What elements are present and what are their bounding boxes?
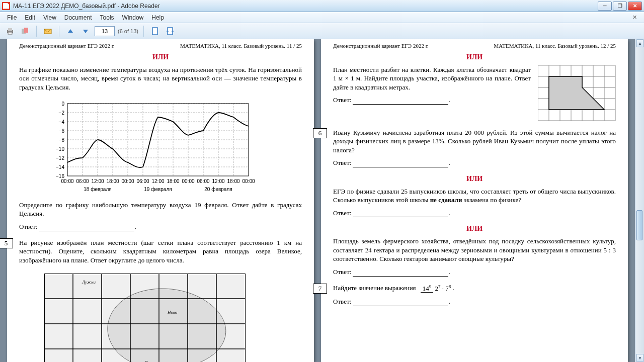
scroll-up-button[interactable]: ▲	[636, 39, 643, 47]
menu-file[interactable]: File	[3, 13, 21, 22]
task-5-text: На рисунке изображён план местности (шаг…	[19, 238, 302, 265]
svg-rect-1	[8, 28, 12, 31]
menu-view[interactable]: View	[39, 13, 60, 22]
combine-button[interactable]	[19, 25, 31, 37]
maximize-button[interactable]: ❐	[613, 2, 627, 11]
svg-text:−8: −8	[59, 137, 65, 143]
svg-text:12:00: 12:00	[151, 178, 164, 184]
page-header-left-r: Демонстрационный вариант ЕГЭ 2022 г.	[333, 42, 429, 50]
document-area: Демонстрационный вариант ЕГЭ 2022 г. МАТ…	[0, 39, 644, 362]
close-button[interactable]: ✕	[628, 2, 642, 11]
menu-document[interactable]: Document	[60, 13, 96, 22]
svg-text:12:00: 12:00	[91, 178, 104, 184]
svg-text:Ново: Ново	[167, 310, 178, 315]
svg-rect-6	[152, 28, 157, 35]
ili-heading: ИЛИ	[19, 53, 302, 62]
task-6b-text: ЕГЭ по физике сдавали 25 выпускников шко…	[333, 187, 616, 205]
svg-text:18 февраля: 18 февраля	[84, 187, 111, 192]
vertical-scrollbar[interactable]: ▲ ▼	[635, 39, 644, 362]
map-plan: Лужки Ново Великое	[44, 274, 246, 362]
svg-text:20 февраля: 20 февраля	[204, 187, 232, 192]
svg-text:Лужки: Лужки	[82, 280, 96, 285]
task-6-text: Ивану Кузьмичу начислена заработная плат…	[333, 128, 616, 155]
ili-heading-r1: ИЛИ	[333, 53, 616, 62]
minimize-button[interactable]: ─	[598, 2, 612, 11]
menu-edit[interactable]: Edit	[21, 13, 39, 22]
page-up-button[interactable]	[64, 25, 76, 37]
scroll-thumb[interactable]	[636, 210, 642, 240]
answer-line-r3: Ответ: .	[333, 209, 616, 218]
page-left: Демонстрационный вариант ЕГЭ 2022 г. МАТ…	[7, 39, 314, 362]
svg-text:Великое: Великое	[145, 360, 160, 362]
svg-text:−10: −10	[56, 146, 64, 152]
svg-text:−6: −6	[59, 128, 65, 134]
task-6c-text: Площадь земель фермерского хозяйства, от…	[333, 237, 616, 263]
app-icon	[2, 2, 10, 10]
menubar: File Edit View Document Tools Window Hel…	[0, 12, 644, 23]
svg-text:−2: −2	[59, 110, 65, 116]
svg-rect-4	[24, 28, 28, 33]
svg-text:0: 0	[61, 101, 64, 107]
svg-rect-2	[8, 32, 12, 34]
menu-window[interactable]: Window	[118, 13, 148, 22]
answer-line: Ответ: .	[19, 222, 302, 231]
page-header-left: Демонстрационный вариант ЕГЭ 2022 г.	[19, 42, 115, 50]
task-7-number: 7	[313, 284, 327, 294]
svg-text:−4: −4	[59, 119, 65, 125]
svg-text:18:00: 18:00	[106, 178, 119, 184]
page-right: Демонстрационный вариант ЕГЭ 2022 г. МАТ…	[321, 39, 628, 362]
toolbar: (6 of 13)	[0, 23, 644, 39]
window-title: МА-11 ЕГЭ 2022 ДЕМО_базовый.pdf - Adobe …	[13, 3, 598, 10]
svg-text:00:00: 00:00	[121, 178, 134, 184]
svg-text:00:00: 00:00	[61, 178, 73, 184]
task-4-text: На графике показано изменение температур…	[19, 65, 302, 92]
svg-text:19 февраля: 19 февраля	[144, 187, 172, 192]
temperature-chart: 0 −2 −4 −6 −8 −10 −12 −14 −16 00:00 06:0…	[49, 100, 261, 195]
menu-help[interactable]: Help	[147, 13, 168, 22]
fraction-expression: 149 27 · 78	[421, 284, 451, 293]
answer-line-r5: Ответ: .	[333, 297, 616, 306]
svg-text:06:00: 06:00	[136, 178, 149, 184]
svg-text:12:00: 12:00	[212, 178, 224, 184]
scroll-down-button[interactable]: ▼	[636, 354, 643, 362]
svg-text:−14: −14	[56, 164, 64, 170]
menu-close-doc[interactable]: ✕	[628, 14, 641, 21]
svg-text:06:00: 06:00	[197, 178, 209, 184]
ili-heading-r3: ИЛИ	[333, 224, 616, 234]
menu-tools[interactable]: Tools	[96, 13, 118, 22]
page-down-button[interactable]	[79, 25, 92, 37]
svg-text:18:00: 18:00	[167, 178, 179, 184]
area-grid-figure	[538, 65, 616, 123]
svg-text:06:00: 06:00	[76, 178, 89, 184]
task-5-number: 5	[0, 238, 13, 248]
email-button[interactable]	[42, 25, 54, 37]
fit-width-button[interactable]	[164, 25, 176, 37]
task-7-text: Найдите значение выражения 149 27 · 78 .	[333, 284, 616, 293]
page-header-right-r: МАТЕМАТИКА, 11 класс. Базовый уровень. 1…	[494, 42, 616, 50]
fit-page-button[interactable]	[149, 25, 161, 37]
svg-text:00:00: 00:00	[242, 178, 255, 184]
svg-text:18:00: 18:00	[227, 178, 239, 184]
titlebar: МА-11 ЕГЭ 2022 ДЕМО_базовый.pdf - Adobe …	[0, 0, 644, 12]
page-header-right: МАТЕМАТИКА, 11 класс. Базовый уровень. 1…	[180, 42, 302, 50]
page-number-input[interactable]	[95, 26, 115, 36]
answer-line-r4: Ответ: .	[333, 267, 616, 277]
page-count-label: (6 of 13)	[118, 28, 138, 34]
print-button[interactable]	[4, 25, 16, 37]
svg-text:00:00: 00:00	[182, 178, 194, 184]
answer-line-r2: Ответ: .	[333, 158, 616, 167]
ili-heading-r2: ИЛИ	[333, 174, 616, 184]
task-6-number: 6	[313, 128, 327, 138]
task-4-question: Определите по графику наибольшую темпера…	[19, 201, 302, 218]
svg-text:−12: −12	[56, 155, 64, 161]
